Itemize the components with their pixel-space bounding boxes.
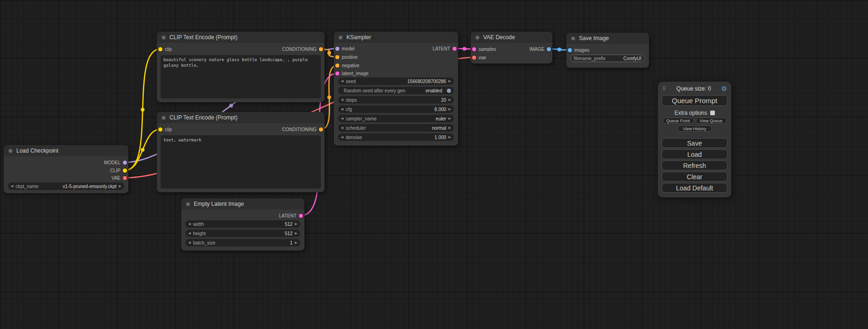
denoise-widget[interactable]: ◀ denoise 1.000 ▶ [338, 133, 454, 141]
decrement-arrow-icon[interactable]: ◀ [341, 117, 343, 120]
clip-port[interactable] [158, 47, 162, 51]
queue-size-label: Queue size: 0 [666, 85, 721, 92]
increment-arrow-icon[interactable]: ▶ [449, 126, 451, 130]
node-vae-decode[interactable]: VAE Decode samples vae IMAGE [471, 32, 552, 63]
increment-arrow-icon[interactable]: ▶ [449, 98, 451, 102]
widget-value: 512 [285, 231, 293, 236]
widget-value: 156680208700286 [407, 79, 446, 84]
node-title-bar[interactable]: Empty Latent Image [181, 198, 304, 210]
view-queue-button[interactable]: View Queue [696, 118, 727, 124]
scheduler-widget[interactable]: ◀ scheduler normal ▶ [338, 124, 454, 132]
collapse-dot[interactable] [339, 35, 343, 40]
decrement-arrow-icon[interactable]: ◀ [341, 79, 343, 83]
load-button[interactable]: Load [662, 149, 727, 159]
save-button[interactable]: Save [662, 138, 727, 148]
widget-label: ckpt_name [15, 184, 38, 189]
widget-label: sampler_name [346, 116, 376, 121]
decrement-arrow-icon[interactable]: ◀ [11, 184, 13, 188]
height-widget[interactable]: ◀ height 512 ▶ [185, 230, 300, 237]
collapse-dot[interactable] [475, 35, 480, 40]
filename-prefix-widget[interactable]: filename_prefix ComfyUI [571, 55, 645, 62]
queue-front-button[interactable]: Queue Front [663, 118, 694, 124]
decrement-arrow-icon[interactable]: ◀ [341, 135, 343, 139]
negative-prompt-textarea[interactable]: text, watermark [161, 135, 321, 189]
view-history-button[interactable]: View History [677, 126, 712, 132]
decrement-arrow-icon[interactable]: ◀ [341, 98, 343, 102]
extra-options-checkbox[interactable] [710, 111, 715, 115]
latent-port[interactable] [299, 214, 303, 218]
vae-port[interactable] [472, 56, 476, 60]
clip-port[interactable] [123, 168, 127, 173]
refresh-button[interactable]: Refresh [662, 161, 727, 170]
node-title: Empty Latent Image [194, 201, 244, 207]
output-clip: CLIP [110, 167, 127, 174]
collapse-dot[interactable] [8, 149, 13, 153]
node-title-bar[interactable]: KSampler [334, 32, 458, 43]
vae-port[interactable] [123, 176, 127, 180]
node-ksampler[interactable]: KSampler model positive negative latent_… [334, 32, 458, 146]
width-widget[interactable]: ◀ width 512 ▶ [185, 220, 300, 228]
conditioning-port[interactable] [335, 63, 339, 68]
node-clip-text-encode-positive[interactable]: CLIP Text Encode (Prompt) clip CONDITION… [157, 32, 325, 102]
latent-port[interactable] [452, 47, 457, 51]
batch-size-widget[interactable]: ◀ batch_size 1 ▶ [185, 239, 300, 246]
queue-menu-panel[interactable]: ⠿ Queue size: 0 ⚙ Queue Prompt Extra opt… [658, 82, 731, 197]
model-port[interactable] [123, 161, 127, 165]
slot-label: vae [479, 55, 486, 60]
queue-prompt-button[interactable]: Queue Prompt [662, 95, 727, 106]
drag-handle-icon[interactable]: ⠿ [662, 85, 666, 92]
node-title-bar[interactable]: Save Image [566, 33, 649, 44]
conditioning-port[interactable] [335, 55, 339, 59]
collapse-dot[interactable] [186, 202, 190, 206]
decrement-arrow-icon[interactable]: ◀ [341, 107, 343, 111]
increment-arrow-icon[interactable]: ▶ [295, 222, 297, 226]
cfg-widget[interactable]: ◀ cfg 8.000 ▶ [338, 105, 454, 113]
model-port[interactable] [335, 47, 339, 51]
sampler-name-widget[interactable]: ◀ sampler_name euler ▶ [338, 115, 454, 122]
decrement-arrow-icon[interactable]: ◀ [341, 126, 343, 130]
increment-arrow-icon[interactable]: ▶ [119, 184, 121, 188]
graph-canvas[interactable]: Load Checkpoint MODEL CLIP VAE ◀ ckpt_na… [0, 0, 868, 329]
toggle-knob[interactable] [447, 89, 451, 93]
steps-widget[interactable]: ◀ steps 20 ▶ [338, 96, 454, 104]
collapse-dot[interactable] [162, 35, 166, 40]
widget-value: 512 [285, 222, 293, 227]
random-seed-toggle-widget[interactable]: Random seed after every gen enabled [338, 87, 454, 94]
increment-arrow-icon[interactable]: ▶ [449, 107, 451, 111]
node-empty-latent-image[interactable]: Empty Latent Image LATENT ◀ width 512 ▶ … [181, 198, 304, 251]
increment-arrow-icon[interactable]: ▶ [449, 135, 451, 139]
node-title-bar[interactable]: Load Checkpoint [4, 145, 128, 156]
node-title-bar[interactable]: CLIP Text Encode (Prompt) [157, 112, 325, 123]
node-title-bar[interactable]: VAE Decode [471, 32, 552, 43]
collapse-dot[interactable] [162, 116, 166, 120]
collapse-dot[interactable] [571, 36, 575, 41]
widget-value: enabled [425, 88, 442, 93]
seed-widget[interactable]: ◀ seed 156680208700286 ▶ [338, 77, 454, 85]
increment-arrow-icon[interactable]: ▶ [449, 117, 451, 120]
increment-arrow-icon[interactable]: ▶ [295, 231, 297, 235]
increment-arrow-icon[interactable]: ▶ [449, 79, 451, 83]
latent-port[interactable] [472, 47, 476, 51]
positive-prompt-textarea[interactable]: beautiful scenery nature glass bottle la… [161, 55, 321, 98]
decrement-arrow-icon[interactable]: ◀ [188, 222, 191, 226]
node-title-bar[interactable]: CLIP Text Encode (Prompt) [157, 32, 325, 43]
latent-port[interactable] [335, 71, 339, 76]
slot-label: MODEL [104, 160, 120, 165]
ckpt-name-widget[interactable]: ◀ ckpt_name v1-5-pruned-emaonly.ckpt ▶ [8, 182, 124, 190]
load-default-button[interactable]: Load Default [662, 183, 727, 193]
conditioning-port[interactable] [319, 127, 323, 132]
node-clip-text-encode-negative[interactable]: CLIP Text Encode (Prompt) clip CONDITION… [157, 112, 325, 192]
increment-arrow-icon[interactable]: ▶ [295, 241, 297, 245]
conditioning-port[interactable] [319, 47, 323, 51]
node-save-image[interactable]: Save Image images filename_prefix ComfyU… [566, 33, 649, 68]
image-port[interactable] [568, 48, 572, 52]
clear-button[interactable]: Clear [662, 172, 727, 182]
node-title: CLIP Text Encode (Prompt) [169, 114, 238, 121]
clip-port[interactable] [158, 127, 162, 132]
decrement-arrow-icon[interactable]: ◀ [188, 231, 191, 235]
settings-gear-icon[interactable]: ⚙ [721, 85, 727, 92]
node-load-checkpoint[interactable]: Load Checkpoint MODEL CLIP VAE ◀ ckpt_na… [4, 145, 128, 193]
output-model: MODEL [104, 159, 127, 166]
decrement-arrow-icon[interactable]: ◀ [188, 241, 191, 245]
image-port[interactable] [547, 47, 551, 51]
